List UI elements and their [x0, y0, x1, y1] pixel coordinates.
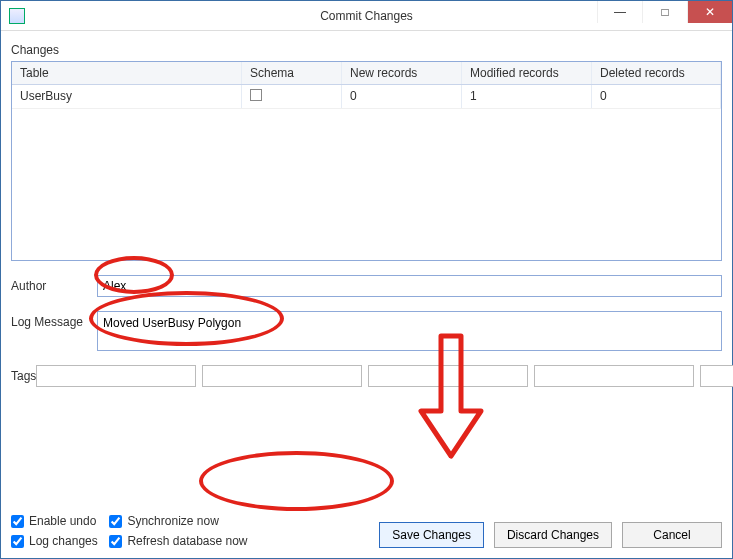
tags-row: Tags: [11, 365, 722, 387]
changes-group-label: Changes: [11, 43, 722, 57]
cancel-button[interactable]: Cancel: [622, 522, 722, 548]
cell-new-records: 0: [342, 85, 462, 108]
refresh-database-input[interactable]: [109, 535, 122, 548]
col-header-table[interactable]: Table: [12, 62, 242, 84]
changes-grid[interactable]: Table Schema New records Modified record…: [11, 61, 722, 261]
mid-options: Synchronize now Refresh database now: [109, 514, 247, 548]
window-controls: — □ ✕: [597, 1, 732, 23]
refresh-database-label: Refresh database now: [127, 534, 247, 548]
synchronize-now-input[interactable]: [109, 515, 122, 528]
cell-schema[interactable]: [242, 85, 342, 108]
log-message-input[interactable]: [97, 311, 722, 351]
cell-deleted-records: 0: [592, 85, 721, 108]
tags-label: Tags: [11, 369, 36, 383]
col-header-deleted[interactable]: Deleted records: [592, 62, 721, 84]
tag-input-5[interactable]: [700, 365, 733, 387]
author-row: Author: [11, 275, 722, 297]
author-label: Author: [11, 279, 97, 293]
synchronize-now-label: Synchronize now: [127, 514, 218, 528]
enable-undo-input[interactable]: [11, 515, 24, 528]
enable-undo-label: Enable undo: [29, 514, 96, 528]
author-input[interactable]: [97, 275, 722, 297]
col-header-schema[interactable]: Schema: [242, 62, 342, 84]
log-message-label: Log Message: [11, 311, 97, 329]
col-header-modified[interactable]: Modified records: [462, 62, 592, 84]
log-changes-label: Log changes: [29, 534, 98, 548]
log-changes-input[interactable]: [11, 535, 24, 548]
schema-checkbox[interactable]: [250, 89, 262, 101]
app-icon: [9, 8, 25, 24]
log-changes-checkbox[interactable]: Log changes: [11, 534, 98, 548]
tag-input-3[interactable]: [368, 365, 528, 387]
cell-table-name: UserBusy: [12, 85, 242, 108]
tag-input-2[interactable]: [202, 365, 362, 387]
content-area: Changes Table Schema New records Modifie…: [11, 43, 722, 548]
action-buttons: Save Changes Discard Changes Cancel: [379, 522, 722, 548]
close-button[interactable]: ✕: [687, 1, 732, 23]
grid-header: Table Schema New records Modified record…: [12, 62, 721, 85]
bottom-controls: Enable undo Log changes Synchronize now …: [11, 474, 722, 548]
maximize-button[interactable]: □: [642, 1, 687, 23]
synchronize-now-checkbox[interactable]: Synchronize now: [109, 514, 247, 528]
discard-changes-button[interactable]: Discard Changes: [494, 522, 612, 548]
col-header-new[interactable]: New records: [342, 62, 462, 84]
minimize-button[interactable]: —: [597, 1, 642, 23]
log-message-row: Log Message: [11, 311, 722, 351]
enable-undo-checkbox[interactable]: Enable undo: [11, 514, 98, 528]
save-changes-button[interactable]: Save Changes: [379, 522, 484, 548]
tag-input-1[interactable]: [36, 365, 196, 387]
cell-modified-records: 1: [462, 85, 592, 108]
tag-input-4[interactable]: [534, 365, 694, 387]
left-options: Enable undo Log changes: [11, 514, 98, 548]
refresh-database-checkbox[interactable]: Refresh database now: [109, 534, 247, 548]
commit-changes-dialog: Commit Changes — □ ✕ Changes Table Schem…: [0, 0, 733, 559]
titlebar: Commit Changes — □ ✕: [1, 1, 732, 31]
table-row[interactable]: UserBusy 0 1 0: [12, 85, 721, 109]
